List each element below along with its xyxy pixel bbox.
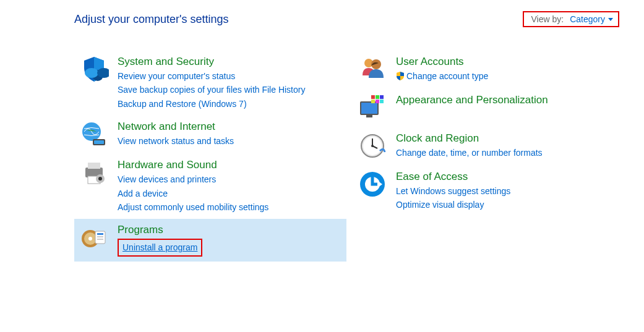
svg-point-13 xyxy=(88,237,92,240)
svg-rect-26 xyxy=(371,100,375,103)
category-link[interactable]: Change account type xyxy=(396,69,488,83)
uninstall-program-link[interactable]: Uninstall a program xyxy=(122,240,197,254)
users-icon xyxy=(358,54,387,84)
category-hardware-sound: Hardware and Sound View devices and prin… xyxy=(74,154,346,219)
view-by-value-text: Category xyxy=(570,14,605,24)
category-title[interactable]: Clock and Region xyxy=(396,132,543,145)
svg-point-1 xyxy=(85,68,98,78)
monitor-palette-icon xyxy=(358,93,387,122)
view-by-dropdown[interactable]: Category xyxy=(570,14,613,24)
category-link[interactable]: Save backup copies of your files with Fi… xyxy=(118,83,305,96)
category-title[interactable]: Programs xyxy=(118,224,202,236)
clock-icon xyxy=(358,131,387,161)
svg-rect-25 xyxy=(380,95,384,99)
svg-rect-27 xyxy=(376,100,379,103)
category-title[interactable]: Ease of Access xyxy=(396,171,510,183)
category-link[interactable]: Adjust commonly used mobility settings xyxy=(118,200,268,214)
svg-rect-22 xyxy=(366,115,372,117)
svg-rect-5 xyxy=(94,140,104,144)
globe-icon xyxy=(79,119,109,149)
view-by-label: View by: xyxy=(531,14,564,24)
svg-rect-23 xyxy=(371,95,375,99)
svg-rect-28 xyxy=(380,100,384,103)
category-title[interactable]: Network and Internet xyxy=(118,121,234,133)
uac-shield-icon xyxy=(396,72,405,80)
svg-rect-24 xyxy=(376,95,379,99)
view-by-container: View by: Category xyxy=(523,11,619,27)
svg-rect-17 xyxy=(97,239,103,240)
category-system-security: System and Security Review your computer… xyxy=(74,51,346,116)
category-link[interactable]: Backup and Restore (Windows 7) xyxy=(118,97,305,111)
category-title[interactable]: User Accounts xyxy=(396,56,488,68)
shield-icon xyxy=(79,54,109,84)
category-title[interactable]: Appearance and Personalization xyxy=(396,94,548,106)
svg-point-33 xyxy=(371,145,374,147)
chevron-down-icon xyxy=(608,18,613,21)
printer-icon xyxy=(79,158,109,187)
svg-rect-16 xyxy=(97,236,103,237)
svg-rect-15 xyxy=(97,233,103,235)
ease-of-access-icon xyxy=(358,169,387,199)
page-title: Adjust your computer's settings xyxy=(74,13,229,26)
category-title[interactable]: Hardware and Sound xyxy=(118,159,268,171)
svg-rect-7 xyxy=(88,163,100,169)
svg-point-10 xyxy=(98,177,102,181)
disc-icon xyxy=(79,223,109,252)
category-network-internet: Network and Internet View network status… xyxy=(74,116,346,154)
category-appearance: Appearance and Personalization xyxy=(353,89,612,127)
category-user-accounts: User Accounts Change account type xyxy=(353,51,612,89)
category-link[interactable]: Optimize visual display xyxy=(396,198,510,211)
svg-rect-21 xyxy=(361,103,377,114)
category-ease-of-access: Ease of Access Let Windows suggest setti… xyxy=(353,166,612,217)
highlight-uninstall: Uninstall a program xyxy=(118,239,202,256)
category-link[interactable]: View devices and printers xyxy=(118,172,268,186)
category-programs: Programs Uninstall a program xyxy=(74,219,346,261)
category-link[interactable]: Change date, time, or number formats xyxy=(396,146,543,160)
category-link[interactable]: Add a device xyxy=(118,187,268,200)
category-title[interactable]: System and Security xyxy=(118,56,305,68)
category-link[interactable]: View network status and tasks xyxy=(118,134,234,148)
category-link[interactable]: Let Windows suggest settings xyxy=(396,184,510,198)
category-clock-region: Clock and Region Change date, time, or n… xyxy=(353,127,612,166)
link-text: Change account type xyxy=(406,71,488,81)
category-link[interactable]: Review your computer's status xyxy=(118,69,305,83)
